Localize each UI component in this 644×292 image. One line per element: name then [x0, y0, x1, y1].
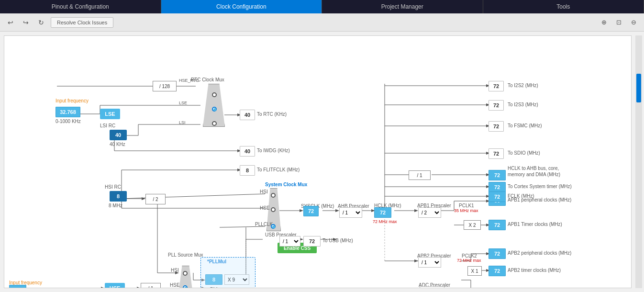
to-i2s3-label: To I2S3 (MHz) — [508, 102, 538, 107]
to-fsmc-label: To FSMC (MHz) — [508, 123, 542, 128]
rtc-mux-radio-3[interactable] — [212, 121, 217, 126]
to-i2s2-value: 72 — [489, 81, 504, 91]
svg-marker-28 — [414, 209, 418, 212]
pll-region — [200, 257, 255, 288]
nav-tools[interactable]: Tools — [483, 0, 644, 13]
svg-marker-55 — [414, 259, 418, 262]
to-flitfclk-label: To FLITFCLK (MHz) — [257, 167, 300, 172]
hse-rtc-label: HSE_RTC — [179, 78, 199, 83]
to-i2s3-value: 72 — [489, 100, 504, 111]
rtc-mux-shape — [203, 84, 225, 127]
svg-marker-84 — [142, 197, 145, 200]
svg-marker-24 — [335, 209, 339, 212]
pclk1-label: PCLK1 — [459, 203, 474, 208]
cortex-timer-value: 72 — [489, 182, 506, 192]
scrollbar[interactable] — [635, 35, 642, 288]
lsi-khz-label: 40 KHz — [110, 142, 125, 147]
apb1-timer-label: APB1 Timer clocks (MHz) — [508, 222, 562, 227]
to-iwdg-value: 40 — [240, 146, 255, 157]
apb2-div-select[interactable]: / 1/ 2 — [418, 257, 441, 268]
pll-mux-radio-2[interactable] — [183, 285, 188, 288]
hse-box: HSE — [105, 283, 125, 288]
to-flitfclk-value: 8 — [240, 165, 255, 176]
div128-box: / 128 — [153, 81, 177, 91]
to-sdio-value: 72 — [489, 148, 504, 159]
main-area: Input frequency 32.768 0-1000 KHz LSE LS… — [0, 32, 644, 292]
lse-input-range: 0-1000 KHz — [56, 119, 81, 124]
hclk-max-label: 72 MHz max — [373, 219, 397, 224]
pclk1-max-label: 35 MHz max — [454, 208, 478, 213]
pll-mux-radio-1[interactable] — [183, 271, 188, 276]
to-fsmc-value: 72 — [489, 121, 504, 132]
hclk-div1-box: / 1 — [409, 170, 431, 180]
apb2-timer-label: APB2 timer clocks (MHz) — [508, 268, 561, 273]
hsi-rc-label: HSI RC — [105, 184, 121, 190]
hclk-ahb-label: HCLK to AHB bus, core, memory and DMA (M… — [508, 165, 575, 178]
rtc-mux-radio-2[interactable] — [212, 107, 217, 112]
sys-mux-radio-2[interactable] — [271, 207, 276, 212]
apb2-timer-value: 72 — [489, 266, 506, 276]
to-rtc-value: 40 — [240, 110, 255, 120]
cortex-timer-label: To Cortex System timer (MHz) — [508, 184, 572, 189]
sys-clock-mux-label: System Clock Mux — [265, 182, 307, 187]
to-iwdg-label: To IWDG (KHz) — [257, 148, 290, 153]
sysclk-value: 72 — [303, 206, 319, 216]
svg-marker-69 — [101, 287, 105, 288]
lse-input-value: 32.768 — [56, 107, 80, 117]
fclk-label: FCLK (MHz) — [508, 193, 534, 199]
scrollbar-thumb[interactable] — [636, 74, 641, 102]
x2-box: X 2 — [464, 220, 481, 230]
pll-hse-label: HSE — [170, 282, 180, 288]
lsi-value-box: 40 — [110, 130, 127, 140]
nav-project[interactable]: Project Manager — [322, 0, 483, 13]
apb2-peripheral-label: APB2 peripheral clocks (MHz) — [508, 250, 571, 256]
undo-button[interactable]: ↩ — [5, 17, 16, 28]
sys-mux-radio-1[interactable] — [271, 193, 276, 198]
hsi-mux-label: HSI — [260, 189, 268, 194]
lse-mux-label: LSE — [179, 101, 187, 105]
svg-marker-71 — [137, 287, 141, 288]
zoom-fit-button[interactable]: ⊡ — [613, 17, 624, 28]
sys-mux-radio-3[interactable] — [271, 224, 276, 229]
hse-input-value: 8 — [9, 285, 26, 288]
toolbar: ↩ ↪ ↻ Resolve Clock Issues ⊕ ⊡ ⊖ — [0, 13, 644, 32]
pclk2-max-label: 72 MHz max — [457, 258, 481, 263]
ahb-div-select[interactable]: / 1/ 2/ 4/ 8 — [339, 207, 362, 218]
pll-source-mux-shape — [178, 266, 193, 288]
hclk-ahb-value: 72 — [489, 170, 506, 180]
hsi-mhz-label: 8 MHz — [109, 203, 122, 208]
to-i2s2-label: To I2S2 (MHz) — [508, 83, 538, 88]
resolve-clock-button[interactable]: Resolve Clock Issues — [51, 17, 113, 28]
clock-diagram: Input frequency 32.768 0-1000 KHz LSE LS… — [4, 35, 632, 288]
lse-box: LSE — [100, 109, 120, 119]
nav-clock[interactable]: Clock Configuration — [161, 0, 322, 13]
pll-source-mux-label: PLL Source Mux — [168, 252, 203, 258]
zoom-out-button[interactable]: ⊖ — [628, 17, 639, 28]
usb-label: To USB (MHz) — [322, 238, 353, 243]
fclk-value: 72 — [489, 191, 506, 202]
refresh-button[interactable]: ↻ — [35, 17, 47, 28]
apb1-timer-value: 72 — [489, 220, 506, 230]
pll-hsi-label: HSI — [171, 268, 179, 273]
lsi-mux-label: LSI — [179, 120, 186, 125]
lse-input-freq-label: Input frequency — [56, 98, 89, 103]
rtc-mux-radio-1[interactable] — [212, 92, 217, 97]
apb1-div-select[interactable]: / 2/ 1/ 4 — [418, 207, 441, 218]
to-rtc-label: To RTC (KHz) — [257, 112, 287, 117]
x1-box: X 1 — [467, 266, 482, 276]
svg-line-18 — [122, 194, 265, 199]
svg-marker-22 — [300, 209, 303, 212]
pllclk-mux-label: PLLCLK — [255, 222, 273, 227]
top-nav: Pinout & Configuration Clock Configurati… — [0, 0, 644, 13]
hsi-value-box: 8 — [110, 191, 127, 202]
redo-button[interactable]: ↪ — [20, 17, 32, 28]
adc-div-select[interactable]: / 6/ 2/ 4/ 8 — [420, 286, 444, 288]
hse-div1-box: / 1 — [141, 283, 161, 288]
lsi-rc-label: LSI RC — [100, 123, 115, 128]
hclk-value: 72 — [374, 207, 391, 218]
nav-pinout[interactable]: Pinout & Configuration — [0, 0, 161, 13]
hsi-div2-box: / 2 — [145, 194, 166, 204]
zoom-in-button[interactable]: ⊕ — [599, 17, 610, 28]
usb-div-select[interactable]: / 1/ 1.5 — [279, 236, 300, 247]
to-sdio-label: To SDIO (MHz) — [508, 150, 540, 156]
